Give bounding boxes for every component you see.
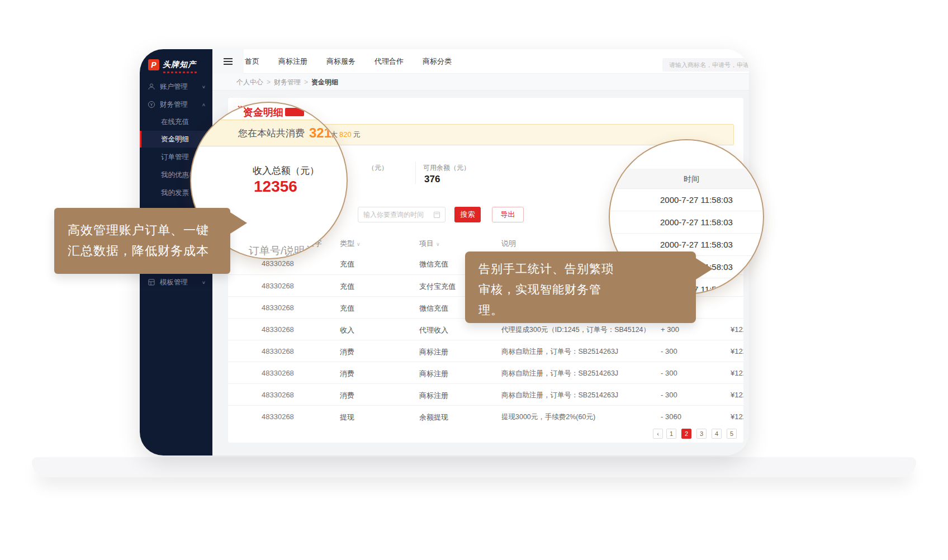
- callout-text-line: 汇总数据，降低财务成本: [68, 240, 230, 261]
- breadcrumb-separator: >: [304, 78, 308, 86]
- callout-text-line: 审核，实现智能财务管: [478, 279, 696, 300]
- template-icon: [148, 278, 155, 286]
- banner-amount: 820: [339, 130, 352, 139]
- sidebar-item-finance[interactable]: 财务管理 ∧: [140, 97, 212, 112]
- banner-unit: 元: [353, 130, 361, 139]
- magnified-time-header: 时间: [610, 169, 764, 189]
- callout-account-orders: 高效管理账户订单、一键 汇总数据，降低财务成本: [54, 208, 230, 274]
- pagination-page-4[interactable]: 4: [712, 429, 722, 439]
- date-query-placeholder: 输入你要查询的时间: [358, 210, 434, 220]
- nav-item-home[interactable]: 首页: [245, 56, 259, 67]
- search-input[interactable]: 请输入商标名，申请号，申请人: [662, 58, 749, 72]
- sidebar-item-label: 我的发票: [161, 188, 189, 198]
- sidebar-item-label: 在线充值: [161, 117, 189, 127]
- magnified-time-cell: 2000-7-27 11:58:03: [610, 211, 764, 234]
- nav-item-agent-cooperation[interactable]: 代理合作: [375, 56, 404, 67]
- sidebar-item-label: 订单管理: [161, 153, 189, 162]
- chevron-down-icon: ∨: [202, 280, 206, 285]
- magnified-time-cell: 2000-7-27 11:58:03: [610, 189, 764, 211]
- pagination-page-5[interactable]: 5: [727, 429, 737, 439]
- chevron-down-icon: ∨: [436, 241, 440, 247]
- stat-balance-value: 376: [424, 174, 440, 185]
- col-header-desc: 说明: [501, 239, 516, 249]
- hamburger-menu-icon[interactable]: [212, 49, 244, 74]
- sidebar-item-label: 财务管理: [160, 100, 188, 110]
- breadcrumb: 个人中心>财务管理>资金明细: [212, 74, 749, 91]
- nav-menu: 首页 商标注册 商标服务 代理合作 商标分类: [245, 49, 452, 74]
- magnified-red-badge: [285, 108, 304, 116]
- brand-name: 头牌知产: [163, 60, 196, 70]
- sidebar-item-label: 资金明细: [161, 135, 189, 144]
- stat-divider: [415, 162, 416, 184]
- stat-expense-label: （元）: [368, 163, 388, 173]
- callout-text-line: 高效管理账户订单、一键: [68, 220, 230, 240]
- callout-text-line: 理。: [478, 300, 696, 320]
- pagination: ‹ 1 2 3 4 5: [228, 429, 734, 439]
- chevron-up-icon: ∧: [202, 102, 206, 107]
- col-header-type[interactable]: 类型∨: [340, 239, 361, 249]
- breadcrumb-item[interactable]: 个人中心: [236, 78, 263, 86]
- table-row: 48330268消费商标注册商标自助注册，订单号：SB2514263J- 300…: [228, 383, 743, 405]
- table-row: 48330268提现余额提现提现3000元，手续费2%(60元)- 3060¥1…: [228, 405, 743, 427]
- brand-logo: P 头牌知产: [148, 59, 196, 70]
- sidebar-item-account[interactable]: 账户管理 ∨: [140, 79, 212, 94]
- stat-balance-label: 可用余额（元）: [423, 163, 470, 173]
- search-button[interactable]: 搜索: [454, 207, 481, 222]
- pagination-prev-button[interactable]: ‹: [653, 429, 663, 439]
- table-row: 48330268消费商标注册商标自助注册，订单号：SB2514263J- 300…: [228, 362, 743, 383]
- chevron-down-icon: ∨: [202, 84, 206, 89]
- nav-item-trademark-service[interactable]: 商标服务: [326, 56, 356, 67]
- magnified-income-value: 12356: [254, 178, 297, 196]
- magnified-income-label: 收入总额（元）: [253, 164, 319, 177]
- laptop-base: [32, 457, 916, 477]
- brand-tagline-dots: [163, 72, 198, 73]
- sidebar-item-template[interactable]: 模板管理 ∨: [140, 274, 212, 290]
- brand-logo-icon: P: [148, 59, 159, 70]
- nav-item-trademark-category[interactable]: 商标分类: [423, 56, 452, 67]
- callout-smart-finance: 告别手工统计、告别繁琐 审核，实现智能财务管 理。: [465, 251, 696, 323]
- magnified-banner-prefix: 您在本站共消费: [238, 127, 305, 140]
- export-button[interactable]: 导出: [492, 207, 524, 222]
- breadcrumb-separator: >: [267, 78, 271, 86]
- stage: P 头牌知产 账户管理 ∨ 财务管理 ∧ 在线充值 资金明细 订单管理: [0, 0, 948, 560]
- breadcrumb-item-current: 资金明细: [311, 78, 338, 86]
- finance-icon: [148, 101, 155, 108]
- breadcrumb-item[interactable]: 财务管理: [274, 78, 301, 86]
- sidebar-item-label: 账户管理: [160, 82, 188, 92]
- sidebar-item-label: 模板管理: [160, 278, 188, 287]
- nav-item-trademark-register[interactable]: 商标注册: [278, 56, 307, 67]
- col-header-item[interactable]: 项目∨: [419, 239, 440, 249]
- top-navbar: 首页 商标注册 商标服务 代理合作 商标分类 请输入商标名，申请号，申请人: [212, 49, 749, 74]
- user-icon: [148, 83, 155, 91]
- pagination-page-1[interactable]: 1: [666, 429, 676, 439]
- table-row: 48330268消费商标注册商标自助注册，订单号：SB2514263J- 300…: [228, 340, 743, 362]
- sidebar-item-online-recharge[interactable]: 在线充值: [140, 114, 212, 130]
- pagination-page-3[interactable]: 3: [696, 429, 707, 439]
- magnified-tab-label: 资金明细: [243, 106, 283, 119]
- calendar-icon[interactable]: [434, 212, 440, 218]
- date-query-input[interactable]: 输入你要查询的时间: [358, 207, 445, 222]
- callout-text-line: 告别手工统计、告别繁琐: [478, 258, 696, 279]
- pagination-page-2-active[interactable]: 2: [681, 429, 691, 439]
- chevron-down-icon: ∨: [357, 241, 361, 247]
